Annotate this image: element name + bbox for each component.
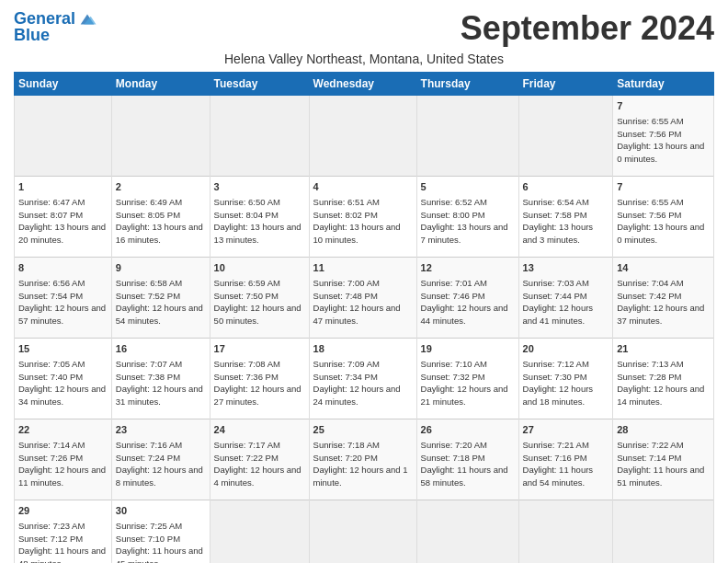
day-info: Sunrise: 7:20 AMSunset: 7:18 PMDaylight:… [421, 440, 508, 488]
calendar-day-cell: 15Sunrise: 7:05 AMSunset: 7:40 PMDayligh… [15, 339, 112, 419]
calendar-day-cell: 10Sunrise: 6:59 AMSunset: 7:50 PMDayligh… [210, 258, 309, 339]
calendar-day-cell: 7Sunrise: 6:55 AMSunset: 7:56 PMDaylight… [613, 177, 714, 258]
calendar-day-cell: 25Sunrise: 7:18 AMSunset: 7:20 PMDayligh… [309, 419, 416, 500]
day-number: 16 [116, 342, 206, 356]
day-info: Sunrise: 7:00 AMSunset: 7:48 PMDaylight:… [313, 278, 401, 326]
day-number: 9 [116, 261, 206, 275]
day-info: Sunrise: 7:03 AMSunset: 7:44 PMDaylight:… [523, 278, 594, 326]
day-of-week-header: Saturday [613, 73, 714, 96]
calendar-day-cell-empty [518, 500, 613, 564]
day-number: 18 [313, 342, 413, 356]
calendar-day-cell: 17Sunrise: 7:08 AMSunset: 7:36 PMDayligh… [210, 339, 309, 419]
day-number: 28 [617, 423, 710, 437]
day-info: Sunrise: 6:59 AMSunset: 7:50 PMDaylight:… [214, 278, 301, 326]
day-number: 21 [617, 342, 710, 356]
day-info: Sunrise: 7:10 AMSunset: 7:32 PMDaylight:… [421, 359, 508, 407]
calendar-day-cell: 6Sunrise: 6:54 AMSunset: 7:58 PMDaylight… [518, 177, 613, 258]
calendar-header-row: SundayMondayTuesdayWednesdayThursdayFrid… [15, 73, 714, 96]
calendar-week-row: 7Sunrise: 6:55 AMSunset: 7:56 PMDaylight… [15, 96, 714, 177]
calendar-day-cell: 9Sunrise: 6:58 AMSunset: 7:52 PMDaylight… [111, 258, 210, 339]
day-info: Sunrise: 7:05 AMSunset: 7:40 PMDaylight:… [18, 359, 106, 407]
calendar-day-cell: 3Sunrise: 6:50 AMSunset: 8:04 PMDaylight… [210, 177, 309, 258]
day-info: Sunrise: 7:18 AMSunset: 7:20 PMDaylight:… [313, 440, 408, 488]
calendar-day-cell: 28Sunrise: 7:22 AMSunset: 7:14 PMDayligh… [613, 419, 714, 500]
calendar-day-cell-empty [518, 96, 613, 177]
day-info: Sunrise: 7:12 AMSunset: 7:30 PMDaylight:… [523, 359, 594, 407]
calendar-day-cell: 5Sunrise: 6:52 AMSunset: 8:00 PMDaylight… [416, 177, 518, 258]
day-number: 24 [214, 423, 305, 437]
day-of-week-header: Sunday [15, 73, 112, 96]
calendar-day-cell: 8Sunrise: 6:56 AMSunset: 7:54 PMDaylight… [15, 258, 112, 339]
calendar-day-cell: 14Sunrise: 7:04 AMSunset: 7:42 PMDayligh… [613, 258, 714, 339]
day-number: 25 [313, 423, 413, 437]
calendar-week-row: 8Sunrise: 6:56 AMSunset: 7:54 PMDaylight… [15, 258, 714, 339]
calendar-week-row: 1Sunrise: 6:47 AMSunset: 8:07 PMDaylight… [15, 177, 714, 258]
day-number: 27 [523, 423, 609, 437]
calendar-week-row: 29Sunrise: 7:23 AMSunset: 7:12 PMDayligh… [15, 500, 714, 564]
calendar-day-cell: 23Sunrise: 7:16 AMSunset: 7:24 PMDayligh… [111, 419, 210, 500]
day-number: 23 [116, 423, 206, 437]
calendar-day-cell: 1Sunrise: 6:47 AMSunset: 8:07 PMDaylight… [15, 177, 112, 258]
day-info: Sunrise: 7:13 AMSunset: 7:28 PMDaylight:… [617, 359, 704, 407]
subtitle: Helena Valley Northeast, Montana, United… [14, 52, 714, 66]
calendar-day-cell: 7Sunrise: 6:55 AMSunset: 7:56 PMDaylight… [613, 96, 714, 177]
calendar-week-row: 15Sunrise: 7:05 AMSunset: 7:40 PMDayligh… [15, 339, 714, 419]
day-number: 26 [421, 423, 515, 437]
day-number: 20 [523, 342, 609, 356]
day-number: 29 [18, 504, 108, 518]
day-info: Sunrise: 7:14 AMSunset: 7:26 PMDaylight:… [18, 440, 106, 488]
day-number: 7 [617, 99, 710, 113]
calendar-day-cell: 13Sunrise: 7:03 AMSunset: 7:44 PMDayligh… [518, 258, 613, 339]
day-of-week-header: Tuesday [210, 73, 309, 96]
day-number: 13 [523, 261, 609, 275]
day-info: Sunrise: 6:50 AMSunset: 8:04 PMDaylight:… [214, 197, 301, 245]
day-info: Sunrise: 6:54 AMSunset: 7:58 PMDaylight:… [523, 197, 594, 245]
calendar-day-cell: 4Sunrise: 6:51 AMSunset: 8:02 PMDaylight… [309, 177, 416, 258]
day-number: 3 [214, 180, 305, 194]
day-info: Sunrise: 7:21 AMSunset: 7:16 PMDaylight:… [523, 440, 594, 488]
day-info: Sunrise: 6:58 AMSunset: 7:52 PMDaylight:… [116, 278, 203, 326]
header: General Blue September 2024 [14, 9, 714, 48]
calendar-table: SundayMondayTuesdayWednesdayThursdayFrid… [14, 72, 714, 563]
calendar-day-cell: 18Sunrise: 7:09 AMSunset: 7:34 PMDayligh… [309, 339, 416, 419]
day-number: 11 [313, 261, 413, 275]
calendar-day-cell: 30Sunrise: 7:25 AMSunset: 7:10 PMDayligh… [111, 500, 210, 564]
day-info: Sunrise: 6:52 AMSunset: 8:00 PMDaylight:… [421, 197, 508, 245]
calendar-day-cell-empty [309, 500, 416, 564]
day-info: Sunrise: 6:47 AMSunset: 8:07 PMDaylight:… [18, 197, 106, 245]
day-number: 4 [313, 180, 413, 194]
day-info: Sunrise: 7:08 AMSunset: 7:36 PMDaylight:… [214, 359, 301, 407]
day-of-week-header: Monday [111, 73, 210, 96]
day-number: 22 [18, 423, 108, 437]
day-number: 7 [617, 180, 710, 194]
calendar-day-cell: 24Sunrise: 7:17 AMSunset: 7:22 PMDayligh… [210, 419, 309, 500]
day-info: Sunrise: 7:09 AMSunset: 7:34 PMDaylight:… [313, 359, 401, 407]
calendar-day-cell-empty [111, 96, 210, 177]
day-of-week-header: Friday [518, 73, 613, 96]
day-number: 15 [18, 342, 108, 356]
logo-icon [77, 9, 97, 29]
calendar-day-cell: 27Sunrise: 7:21 AMSunset: 7:16 PMDayligh… [518, 419, 613, 500]
day-info: Sunrise: 6:51 AMSunset: 8:02 PMDaylight:… [313, 197, 401, 245]
sunrise-info: Sunrise: 6:55 AMSunset: 7:56 PMDaylight:… [617, 116, 704, 164]
day-number: 12 [421, 261, 515, 275]
calendar-day-cell: 2Sunrise: 6:49 AMSunset: 8:05 PMDaylight… [111, 177, 210, 258]
calendar-day-cell-empty [613, 500, 714, 564]
day-info: Sunrise: 7:04 AMSunset: 7:42 PMDaylight:… [617, 278, 704, 326]
calendar-day-cell: 11Sunrise: 7:00 AMSunset: 7:48 PMDayligh… [309, 258, 416, 339]
calendar-week-row: 22Sunrise: 7:14 AMSunset: 7:26 PMDayligh… [15, 419, 714, 500]
calendar-day-cell: 22Sunrise: 7:14 AMSunset: 7:26 PMDayligh… [15, 419, 112, 500]
day-info: Sunrise: 7:22 AMSunset: 7:14 PMDaylight:… [617, 440, 704, 488]
calendar-day-cell-empty [210, 500, 309, 564]
day-number: 1 [18, 180, 108, 194]
day-of-week-header: Wednesday [309, 73, 416, 96]
day-number: 19 [421, 342, 515, 356]
day-info: Sunrise: 7:07 AMSunset: 7:38 PMDaylight:… [116, 359, 203, 407]
day-number: 17 [214, 342, 305, 356]
calendar-day-cell: 21Sunrise: 7:13 AMSunset: 7:28 PMDayligh… [613, 339, 714, 419]
calendar-day-cell-empty [309, 96, 416, 177]
day-number: 2 [116, 180, 206, 194]
calendar-day-cell-empty [15, 96, 112, 177]
day-info: Sunrise: 7:17 AMSunset: 7:22 PMDaylight:… [214, 440, 301, 488]
calendar-day-cell: 29Sunrise: 7:23 AMSunset: 7:12 PMDayligh… [15, 500, 112, 564]
